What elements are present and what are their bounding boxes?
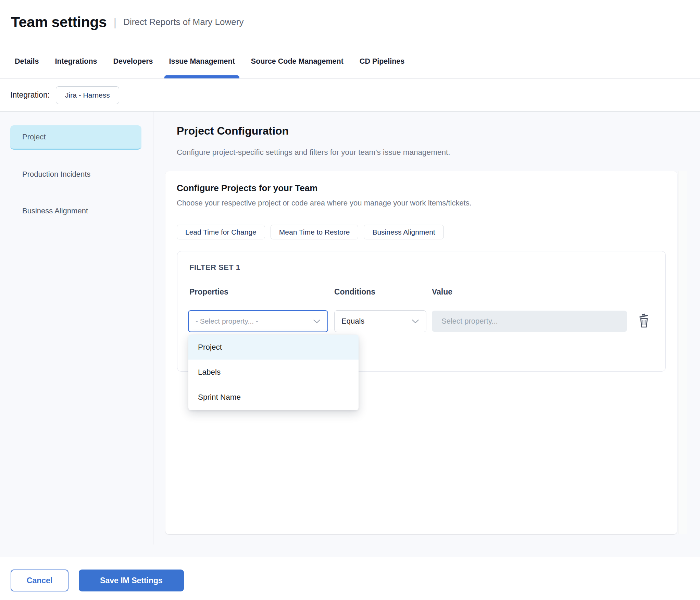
column-header-conditions: Conditions	[334, 287, 375, 297]
tab-cd-pipelines[interactable]: CD Pipelines	[360, 44, 404, 78]
chevron-down-icon	[412, 319, 419, 324]
chip-mean-time-to-restore[interactable]: Mean Time to Restore	[271, 225, 359, 239]
column-header-value: Value	[432, 287, 452, 297]
delete-filter-button[interactable]	[637, 312, 652, 329]
card-description: Choose your respective project or code a…	[177, 199, 472, 208]
chip-lead-time-for-change[interactable]: Lead Time for Change	[177, 225, 265, 239]
chip-business-alignment[interactable]: Business Alignment	[364, 225, 443, 239]
page-subtitle: Direct Reports of Mary Lowery	[123, 17, 243, 27]
card-title: Configure Projects for your Team	[177, 183, 317, 193]
sidebar-item-project[interactable]: Project	[10, 125, 141, 150]
tab-integrations[interactable]: Integrations	[55, 44, 97, 78]
page-title: Team settings	[11, 14, 107, 30]
condition-select[interactable]: Equals	[334, 310, 426, 332]
column-header-properties: Properties	[189, 287, 228, 297]
sidebar-item-production-incidents[interactable]: Production Incidents	[10, 162, 141, 186]
tab-source-code-management[interactable]: Source Code Management	[251, 44, 343, 78]
integration-label: Integration:	[10, 90, 50, 100]
tab-bar: Details Integrations Developers Issue Ma…	[0, 44, 700, 79]
team-settings-page: Team settings | Direct Reports of Mary L…	[0, 0, 700, 600]
trash-icon	[638, 313, 651, 328]
chevron-down-icon	[313, 319, 321, 324]
tab-details[interactable]: Details	[15, 44, 39, 78]
scrollbar-track[interactable]	[678, 171, 687, 534]
save-im-settings-button[interactable]: Save IM Settings	[79, 570, 184, 591]
title-separator: |	[113, 15, 116, 29]
integration-chip[interactable]: Jira - Harness	[56, 86, 119, 104]
tab-issue-management[interactable]: Issue Management	[169, 44, 235, 78]
metric-chips: Lead Time for Change Mean Time to Restor…	[177, 225, 444, 239]
property-select-placeholder: - Select property... -	[196, 317, 258, 325]
dropdown-option-sprint-name[interactable]: Sprint Name	[188, 385, 359, 410]
dropdown-option-labels[interactable]: Labels	[188, 360, 359, 385]
section-description: Configure project-specific settings and …	[177, 148, 450, 157]
integration-row: Integration: Jira - Harness	[0, 79, 700, 112]
footer-bar: Cancel Save IM Settings	[0, 557, 700, 600]
tab-developers[interactable]: Developers	[113, 44, 153, 78]
dropdown-option-project[interactable]: Project	[188, 335, 359, 360]
property-dropdown-menu: Project Labels Sprint Name	[188, 335, 359, 410]
sidebar-divider	[153, 112, 153, 545]
property-select[interactable]: - Select property... -	[188, 310, 328, 332]
condition-select-value: Equals	[341, 317, 364, 326]
filter-set-title: FILTER SET 1	[189, 263, 240, 272]
value-input[interactable]	[432, 311, 627, 332]
cancel-button[interactable]: Cancel	[11, 570, 68, 591]
sidebar-item-business-alignment[interactable]: Business Alignment	[10, 199, 141, 223]
page-header: Team settings | Direct Reports of Mary L…	[0, 0, 700, 44]
section-title: Project Configuration	[177, 125, 289, 137]
